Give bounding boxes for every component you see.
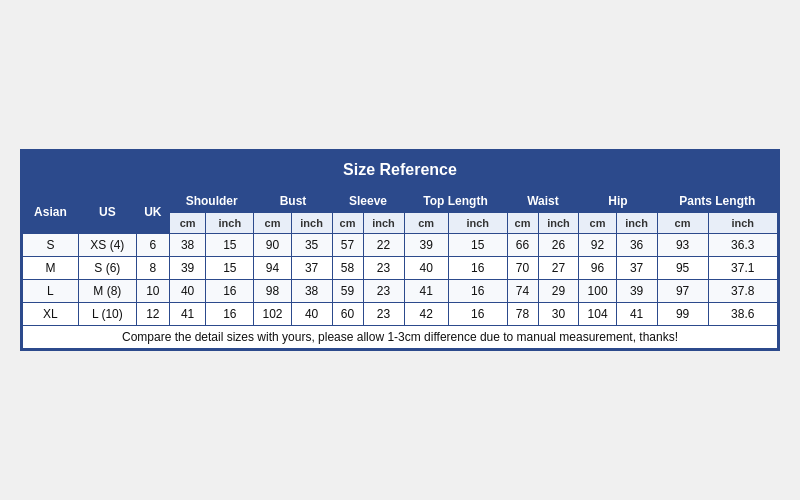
col-header-hip: Hip — [579, 190, 657, 213]
table-title: Size Reference — [22, 151, 778, 189]
shoulder-inch: inch — [206, 213, 254, 234]
col-header-bust: Bust — [254, 190, 332, 213]
shoulder-cm: cm — [169, 213, 205, 234]
hip-cm: cm — [579, 213, 616, 234]
table-row: SXS (4)63815903557223915662692369336.3 — [23, 234, 778, 257]
col-header-top-length: Top Length — [404, 190, 507, 213]
sleeve-cm: cm — [332, 213, 363, 234]
table-row: LM (8)1040169838592341167429100399737.8 — [23, 280, 778, 303]
col-header-pants-length: Pants Length — [657, 190, 777, 213]
size-reference-table: Size Reference Asian US UK Shoulder Bust… — [20, 149, 780, 351]
col-header-sleeve: Sleeve — [332, 190, 404, 213]
table-row: MS (6)83915943758234016702796379537.1 — [23, 257, 778, 280]
col-header-asian: Asian — [23, 190, 79, 234]
col-header-us: US — [78, 190, 136, 234]
col-header-waist: Waist — [507, 190, 579, 213]
sleeve-inch: inch — [363, 213, 404, 234]
footnote: Compare the detail sizes with yours, ple… — [23, 326, 778, 349]
pants-cm: cm — [657, 213, 708, 234]
bust-cm: cm — [254, 213, 291, 234]
table-row: XLL (10)12411610240602342167830104419938… — [23, 303, 778, 326]
col-header-shoulder: Shoulder — [169, 190, 254, 213]
top-inch: inch — [448, 213, 507, 234]
pants-inch: inch — [708, 213, 777, 234]
waist-inch: inch — [538, 213, 579, 234]
hip-inch: inch — [616, 213, 657, 234]
col-header-uk: UK — [136, 190, 169, 234]
bust-inch: inch — [291, 213, 332, 234]
waist-cm: cm — [507, 213, 538, 234]
top-cm: cm — [404, 213, 448, 234]
